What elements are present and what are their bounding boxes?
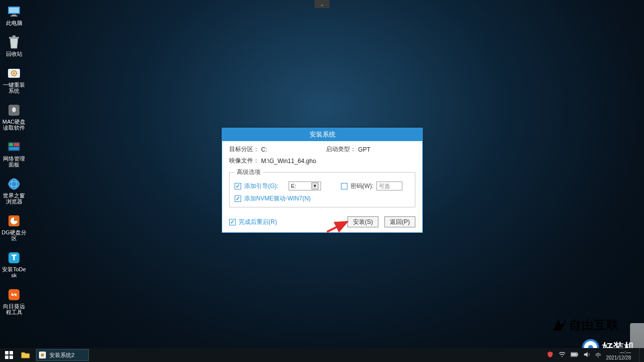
reboot-after-label: 完成后重启(R)	[239, 218, 277, 226]
sunflower-icon	[6, 287, 21, 302]
target-partition-value: C:	[261, 146, 267, 153]
image-file-label: 映像文件：	[229, 157, 259, 165]
add-boot-checkbox[interactable]	[235, 183, 241, 189]
tray-time: —:—	[620, 350, 631, 355]
desktop-icon-sunflower-remote[interactable]: 向日葵远程工具	[1, 287, 27, 315]
svg-rect-22	[5, 351, 8, 355]
password-label: 密码(W):	[350, 182, 374, 190]
taskbar-file-explorer[interactable]	[18, 348, 33, 362]
svg-rect-13	[9, 147, 19, 150]
svg-rect-23	[9, 351, 13, 355]
desktop-icon-one-key-install[interactable]: 一键重装系统	[1, 66, 27, 94]
recycle-bin-icon	[6, 35, 21, 50]
desktop-icon-net-panel[interactable]: 网络管理面板	[1, 140, 27, 168]
svg-rect-11	[9, 143, 13, 146]
disk-partition-icon	[6, 213, 21, 228]
show-desktop-button[interactable]	[639, 348, 642, 362]
pc-icon	[6, 4, 21, 19]
apple-disk-icon	[6, 103, 21, 118]
add-boot-select-value: E:	[291, 183, 296, 189]
desktop-icon-install-todesk[interactable]: 安装ToDesk	[1, 250, 27, 278]
dialog-title: 安装系统	[222, 128, 422, 141]
add-boot-label: 添加引导(G):	[244, 182, 279, 190]
svg-point-14	[8, 179, 19, 189]
svg-point-27	[41, 354, 44, 357]
boot-type-value: GPT	[358, 146, 370, 153]
tray-wifi-icon[interactable]	[559, 352, 566, 359]
start-button[interactable]	[0, 348, 18, 362]
desktop-icon-label: MAC硬盘读取软件	[1, 119, 27, 131]
desktop-icon-mac-disk-reader[interactable]: MAC硬盘读取软件	[1, 103, 27, 131]
network-panel-icon	[6, 140, 21, 155]
svg-rect-24	[5, 356, 8, 359]
desktop-icon-label: 网络管理面板	[1, 156, 27, 168]
desktop-icon-world-browser[interactable]: 世界之窗浏览器	[1, 177, 27, 204]
svg-point-8	[13, 72, 15, 74]
gear-install-icon	[6, 66, 21, 81]
top-collapse-tab[interactable]: ⌄	[315, 0, 329, 8]
svg-rect-2	[12, 14, 16, 15]
reboot-after-checkbox[interactable]	[229, 219, 236, 225]
desktop-icon-label: 世界之窗浏览器	[1, 192, 27, 204]
image-file-value: M:\G_Win11_64.gho	[261, 158, 316, 165]
system-tray: 中 —:— 2021/12/28	[547, 348, 644, 362]
password-checkbox[interactable]	[341, 183, 347, 189]
svg-rect-31	[571, 353, 577, 356]
desktop-icon-label: 此电脑	[6, 20, 22, 26]
desktop-icon-dg-partition[interactable]: DG硬盘分区	[1, 213, 27, 241]
install-button[interactable]: 安装(S)	[347, 216, 378, 227]
watermark-ziyouhulian: 自由互联	[552, 317, 619, 333]
taskbar-app-install-system[interactable]: 安装系统2	[36, 349, 89, 361]
svg-rect-1	[9, 7, 19, 13]
svg-rect-5	[12, 35, 15, 37]
add-boot-select[interactable]: E: ▼	[289, 181, 321, 190]
advanced-options-fieldset: 高级选项 添加引导(G): E: ▼ 密码(W): 添加NVME驱动-WIN7(…	[229, 168, 415, 207]
chevron-down-icon: ▼	[312, 182, 319, 189]
globe-icon	[6, 177, 21, 191]
svg-rect-25	[9, 356, 13, 359]
advanced-options-legend: 高级选项	[235, 168, 263, 177]
windows-logo-icon	[5, 351, 13, 359]
return-button[interactable]: 返回(P)	[384, 216, 415, 227]
password-input[interactable]	[376, 181, 402, 190]
tray-volume-icon[interactable]	[584, 352, 591, 359]
tray-ime-indicator[interactable]: 中	[596, 352, 601, 359]
target-partition-label: 目标分区：	[229, 145, 259, 154]
desktop-icon-label: 安装ToDesk	[1, 266, 27, 278]
desktop-icon-this-pc[interactable]: 此电脑	[1, 4, 27, 26]
todesk-icon	[6, 250, 21, 265]
desktop-icon-label: 一键重装系统	[1, 82, 27, 94]
desktop-icon-label: 回收站	[6, 51, 22, 57]
boot-type-label: 启动类型：	[326, 145, 356, 154]
taskbar-app-title: 安装系统2	[49, 352, 74, 359]
chevron-down-icon: ⌄	[320, 1, 324, 7]
desktop-icon-label: 向日葵远程工具	[1, 303, 27, 315]
desktop-icon-recycle-bin[interactable]: 回收站	[1, 35, 27, 57]
desktop-icon-label: DG硬盘分区	[1, 229, 27, 241]
svg-rect-12	[14, 143, 19, 146]
tray-security-icon[interactable]	[547, 351, 554, 359]
taskbar: 安装系统2 中 —:— 2021/12/28	[0, 348, 644, 362]
svg-point-28	[562, 356, 563, 357]
add-nvme-checkbox[interactable]	[235, 195, 241, 202]
add-nvme-label: 添加NVME驱动-WIN7(N)	[244, 194, 311, 203]
tray-clock[interactable]: —:— 2021/12/28	[606, 350, 631, 361]
svg-rect-20	[8, 289, 19, 300]
tray-date: 2021/12/28	[606, 355, 631, 361]
tray-battery-icon[interactable]	[571, 352, 579, 358]
svg-rect-4	[9, 37, 19, 38]
folder-icon	[21, 351, 30, 359]
desktop-icons: 此电脑 回收站 一键重装系统 MAC硬盘读取软件 网络管理面板 世界之窗浏览器	[1, 4, 27, 315]
app-icon	[38, 351, 46, 359]
install-system-dialog: 安装系统 目标分区： C: 启动类型： GPT 映像文件： M:\G_Win11…	[222, 128, 423, 233]
svg-rect-3	[10, 15, 17, 16]
svg-rect-30	[577, 354, 578, 356]
